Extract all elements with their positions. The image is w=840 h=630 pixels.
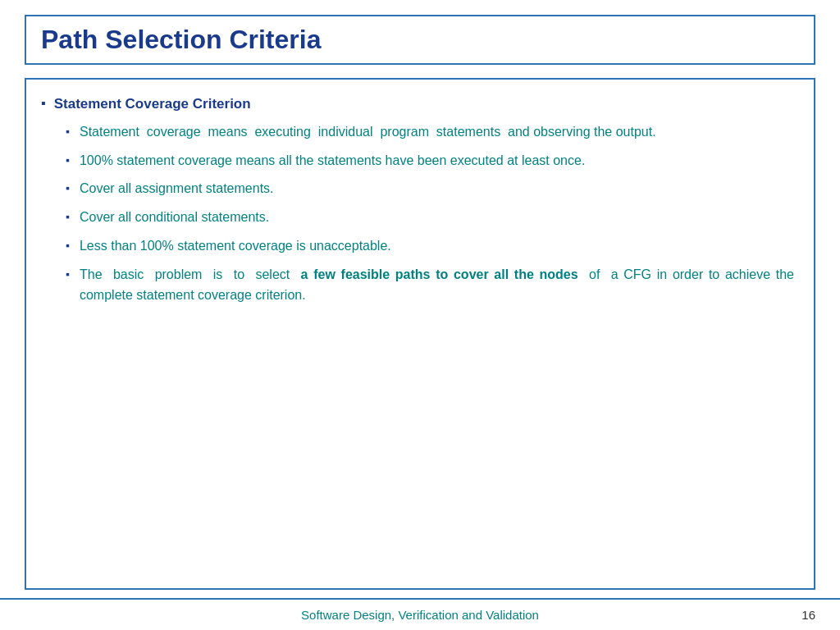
sub-bullet-text-6: The basic problem is to select a few fea…	[80, 265, 794, 306]
sub-bullet-marker-1: ▪	[66, 125, 70, 138]
sub-bullets-list: ▪ Statement coverage means executing ind…	[41, 122, 794, 306]
slide-container: Path Selection Criteria ▪ Statement Cove…	[0, 0, 840, 598]
sub-bullet-5: ▪ Less than 100% statement coverage is u…	[66, 236, 794, 257]
footer: Software Design, Verification and Valida…	[0, 598, 840, 630]
sub-bullet-marker-4: ▪	[66, 210, 70, 223]
main-bullet-label: Statement Coverage Criterion	[54, 94, 251, 114]
sub-bullet-text-4: Cover all conditional statements.	[80, 208, 269, 228]
sub-bullet-4: ▪ Cover all conditional statements.	[66, 208, 794, 228]
sub-bullet-2: ▪ 100% statement coverage means all the …	[66, 151, 794, 171]
sub-bullet-text-2: 100% statement coverage means all the st…	[80, 151, 585, 171]
sub-bullet-text-1: Statement coverage means executing indiv…	[80, 122, 656, 143]
sub-bullet-marker-6: ▪	[66, 267, 70, 281]
sub-bullet-6: ▪ The basic problem is to select a few f…	[66, 265, 794, 306]
main-bullet-marker: ▪	[41, 96, 46, 111]
content-box: ▪ Statement Coverage Criterion ▪ Stateme…	[25, 78, 815, 590]
bold-text: a few feasible paths to cover all the no…	[301, 267, 578, 281]
sub-bullet-marker-5: ▪	[66, 239, 70, 252]
footer-page: 16	[801, 608, 815, 622]
footer-text: Software Design, Verification and Valida…	[301, 608, 539, 622]
sub-bullet-3: ▪ Cover all assignment statements.	[66, 179, 794, 199]
sub-bullet-marker-2: ▪	[66, 153, 70, 167]
sub-bullet-1: ▪ Statement coverage means executing ind…	[66, 122, 794, 143]
main-bullet: ▪ Statement Coverage Criterion	[41, 94, 794, 114]
title-box: Path Selection Criteria	[25, 15, 815, 65]
sub-bullet-text-3: Cover all assignment statements.	[80, 179, 274, 199]
slide-title: Path Selection Criteria	[41, 25, 799, 55]
sub-bullet-text-5: Less than 100% statement coverage is una…	[80, 236, 391, 257]
sub-bullet-marker-3: ▪	[66, 181, 70, 194]
